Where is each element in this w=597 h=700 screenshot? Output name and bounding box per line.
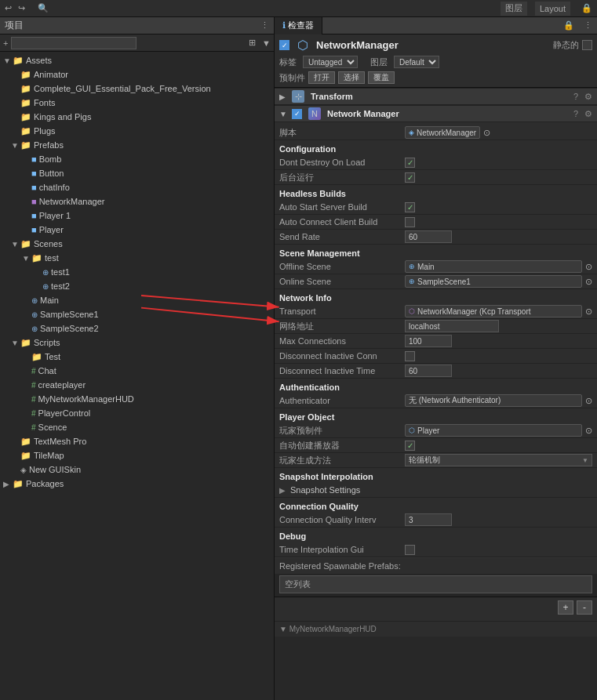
tree-item-mynetworkmanagerhud[interactable]: # MyNetworkManagerHUD	[0, 392, 274, 406]
open-prefab-btn[interactable]: 打开	[308, 71, 335, 84]
connection-quality-input[interactable]	[405, 513, 452, 526]
tree-item-textmesh[interactable]: 📁 TextMesh Pro	[0, 434, 274, 448]
nm-active-checkbox[interactable]: ✓	[292, 109, 302, 119]
panel-menu-icon[interactable]: ⋮	[260, 20, 269, 31]
spawn-method-row: 玩家生成方法 轮循机制 ▼	[275, 453, 597, 468]
authenticator-link-icon[interactable]: ⊙	[585, 396, 592, 406]
undo-icon[interactable]: ↩	[5, 3, 12, 13]
transform-header[interactable]: ▶ ⊹ Transform ? ⚙	[275, 88, 597, 105]
add-spawnable-btn[interactable]: +	[558, 600, 573, 615]
spawnable-prefabs-section: Registered Spawnable Prefabs:	[275, 557, 597, 574]
go-active-checkbox[interactable]: ✓	[279, 40, 289, 50]
tree-item-button[interactable]: ■ Button	[0, 166, 274, 180]
auto-create-checkbox[interactable]: ✓	[405, 441, 415, 451]
dont-destroy-checkbox[interactable]: ✓	[405, 158, 415, 168]
send-rate-input[interactable]	[405, 230, 452, 243]
disconnect-time-input[interactable]	[405, 365, 452, 377]
tree-item-playercontrol[interactable]: # PlayerControl	[0, 406, 274, 420]
tree-item-assets[interactable]: ▼ 📁 Assets	[0, 53, 274, 67]
tree-item-kings-pigs[interactable]: 📁 Kings and Pigs	[0, 110, 274, 124]
search-input[interactable]	[11, 37, 137, 49]
tree-item-tilemap[interactable]: 📁 TileMap	[0, 448, 274, 462]
tree-item-complete-gui[interactable]: 📁 Complete_GUI_Essential_Pack_Free_Versi…	[0, 82, 274, 96]
transform-help-icon[interactable]: ?	[573, 92, 578, 101]
max-connections-input[interactable]	[405, 335, 452, 347]
tree-item-prefabs[interactable]: ▼ 📁 Prefabs	[0, 138, 274, 152]
tree-item-scenes[interactable]: ▼ 📁 Scenes	[0, 237, 274, 251]
tree-item-chatinfo[interactable]: ■ chatInfo	[0, 180, 274, 194]
nm-help-icon[interactable]: ?	[573, 109, 578, 118]
tree-item-test2[interactable]: ⊕ test2	[0, 279, 274, 293]
player-prefab-link-icon[interactable]: ⊙	[585, 426, 592, 436]
spawn-method-dropdown[interactable]: 轮循机制 ▼	[405, 454, 592, 466]
tree-item-scence[interactable]: # Scence	[0, 420, 274, 434]
tree-item-player[interactable]: ■ Player	[0, 223, 274, 237]
tree-item-packages[interactable]: ▶ 📁 Packages	[0, 477, 274, 491]
tree-item-chat[interactable]: # Chat	[0, 364, 274, 378]
authenticator-ref[interactable]: 无 (Network Authenticator)	[405, 394, 582, 407]
layout-dropdown[interactable]: Layout	[535, 2, 570, 16]
tree-item-animator[interactable]: 📁 Animator	[0, 67, 274, 82]
layout-icons[interactable]: ⊞	[249, 38, 256, 48]
go-static: 静态的	[553, 39, 592, 51]
bottom-component-row: ▼ MyNetworkManagerHUD	[275, 621, 597, 637]
snapshot-settings-row: ▶ Snapshot Settings	[275, 483, 597, 498]
disconnect-inactive-checkbox[interactable]: ✓	[405, 351, 415, 361]
transform-settings-icon[interactable]: ⚙	[584, 92, 592, 102]
disconnect-inactive-row: Disconnect Inactive Conn ✓	[275, 349, 597, 364]
filter-icon[interactable]: ▼	[262, 38, 271, 48]
headless-builds-section: Headless Builds	[275, 185, 597, 200]
bottom-buttons: + -	[275, 597, 597, 618]
layers-label[interactable]: 图层	[501, 2, 527, 16]
offline-scene-row: Offline Scene ⊕ Main ⊙	[275, 259, 597, 274]
search-bar: + ⊞ ▼	[0, 34, 274, 52]
add-icon[interactable]: +	[3, 38, 8, 48]
tree-item-plugs[interactable]: 📁 Plugs	[0, 124, 274, 138]
auto-start-server-checkbox[interactable]: ✓	[405, 202, 415, 212]
tree-item-samplescene1[interactable]: ⊕ SampleScene1	[0, 307, 274, 321]
script-ref[interactable]: ◈ NetworkManager	[405, 126, 480, 139]
time-interpolation-checkbox[interactable]: ✓	[405, 545, 415, 555]
remove-spawnable-btn[interactable]: -	[577, 600, 592, 615]
tree-item-networkmanager-prefab[interactable]: ■ NetworkManager	[0, 194, 274, 209]
script-link-icon[interactable]: ⊙	[483, 128, 490, 138]
tree-item-test1[interactable]: ⊕ test1	[0, 265, 274, 279]
tree-item-test-scripts[interactable]: 📁 Test	[0, 350, 274, 364]
lock-icon[interactable]: 🔒	[581, 3, 592, 13]
inspector-tab[interactable]: ℹ 检查器	[275, 17, 322, 34]
tree-item-player1[interactable]: ■ Player 1	[0, 209, 274, 223]
empty-list-container: 空列表	[275, 574, 597, 597]
search-icon[interactable]: 🔍	[38, 3, 49, 13]
offline-scene-link-icon[interactable]: ⊙	[585, 262, 592, 272]
tree-item-samplescene2[interactable]: ⊕ SampleScene2	[0, 321, 274, 335]
background-run-checkbox[interactable]: ✓	[405, 172, 415, 183]
select-prefab-btn[interactable]: 选择	[338, 71, 365, 84]
redo-icon[interactable]: ↪	[18, 3, 25, 13]
auto-connect-checkbox[interactable]: ✓	[405, 217, 415, 227]
right-panel: ℹ 检查器 🔒 ⋮ ✓ ⬡ NetworkManager 静态的	[275, 17, 597, 700]
max-connections-row: Max Connections	[275, 334, 597, 349]
nm-settings-icon[interactable]: ⚙	[584, 109, 592, 119]
transport-row: Transport ⬡ NetworkManager (Kcp Transpor…	[275, 304, 597, 319]
tree-item-fonts[interactable]: 📁 Fonts	[0, 96, 274, 110]
overrides-btn[interactable]: 覆盖	[368, 71, 395, 84]
player-prefab-ref[interactable]: ⬡ Player	[405, 424, 582, 437]
lock-panel-icon[interactable]: 🔒	[559, 20, 579, 31]
offline-scene-ref[interactable]: ⊕ Main	[405, 260, 582, 273]
tree-item-test-folder[interactable]: ▼ 📁 test	[0, 251, 274, 265]
network-manager-header[interactable]: ▼ ✓ N Network Manager ? ⚙	[275, 105, 597, 122]
online-scene-ref[interactable]: ⊕ SampleScene1	[405, 275, 582, 288]
tree-item-bomb[interactable]: ■ Bomb	[0, 152, 274, 166]
static-checkbox[interactable]	[582, 40, 592, 50]
tree-item-new-guiskin[interactable]: ◈ New GUISkin	[0, 462, 274, 477]
tree-item-main[interactable]: ⊕ Main	[0, 293, 274, 307]
tag-dropdown[interactable]: Untagged	[303, 56, 358, 68]
layer-dropdown[interactable]: Default	[394, 56, 439, 68]
network-address-input[interactable]	[405, 320, 499, 332]
transport-ref[interactable]: ⬡ NetworkManager (Kcp Transport	[405, 305, 582, 317]
tree-item-createplayer[interactable]: # createplayer	[0, 378, 274, 392]
transport-link-icon[interactable]: ⊙	[585, 306, 592, 317]
tree-item-scripts[interactable]: ▼ 📁 Scripts	[0, 335, 274, 350]
panel-options-icon[interactable]: ⋮	[579, 20, 597, 31]
online-scene-link-icon[interactable]: ⊙	[585, 277, 592, 287]
